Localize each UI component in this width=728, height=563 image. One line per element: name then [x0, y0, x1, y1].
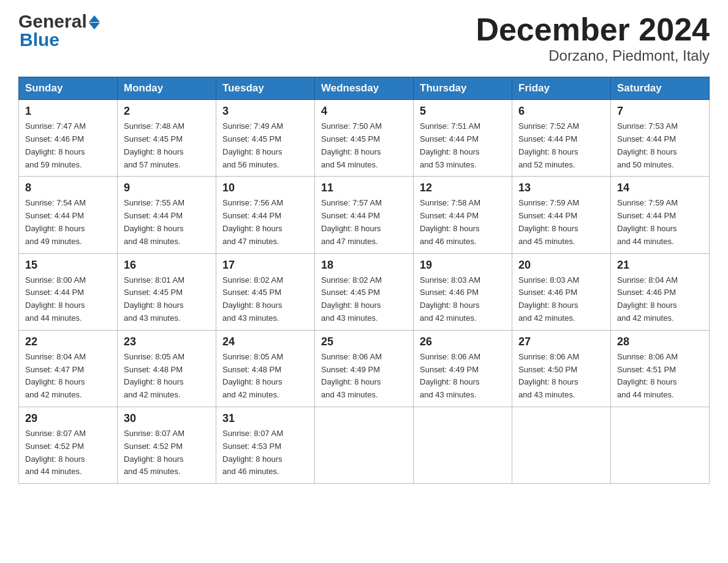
day-number: 21 [617, 259, 703, 272]
day-info: Sunrise: 8:01 AM Sunset: 4:45 PM Dayligh… [124, 274, 210, 325]
day-number: 30 [124, 412, 210, 425]
table-row: 10 Sunrise: 7:56 AM Sunset: 4:44 PM Dayl… [216, 177, 315, 253]
day-number: 10 [222, 182, 308, 194]
day-info: Sunrise: 7:52 AM Sunset: 4:44 PM Dayligh… [518, 120, 604, 171]
day-info: Sunrise: 7:51 AM Sunset: 4:44 PM Dayligh… [420, 120, 506, 171]
day-info: Sunrise: 7:56 AM Sunset: 4:44 PM Dayligh… [222, 197, 308, 248]
table-row: 17 Sunrise: 8:02 AM Sunset: 4:45 PM Dayl… [216, 253, 315, 330]
day-info: Sunrise: 8:06 AM Sunset: 4:51 PM Dayligh… [617, 351, 703, 402]
day-number: 13 [518, 182, 604, 194]
table-row: 23 Sunrise: 8:05 AM Sunset: 4:48 PM Dayl… [118, 330, 216, 407]
calendar-header-row: Sunday Monday Tuesday Wednesday Thursday… [19, 77, 710, 100]
day-number: 18 [321, 259, 407, 272]
table-row: 16 Sunrise: 8:01 AM Sunset: 4:45 PM Dayl… [118, 253, 216, 330]
day-number: 7 [617, 105, 703, 118]
table-row: 9 Sunrise: 7:55 AM Sunset: 4:44 PM Dayli… [118, 177, 216, 253]
table-row: 26 Sunrise: 8:06 AM Sunset: 4:49 PM Dayl… [414, 330, 512, 407]
table-row: 24 Sunrise: 8:05 AM Sunset: 4:48 PM Dayl… [216, 330, 315, 407]
day-number: 16 [124, 259, 210, 272]
calendar-week-row: 1 Sunrise: 7:47 AM Sunset: 4:46 PM Dayli… [19, 100, 710, 177]
day-number: 8 [25, 182, 111, 194]
table-row: 3 Sunrise: 7:49 AM Sunset: 4:45 PM Dayli… [216, 100, 315, 177]
table-row: 31 Sunrise: 8:07 AM Sunset: 4:53 PM Dayl… [216, 407, 315, 483]
table-row: 4 Sunrise: 7:50 AM Sunset: 4:45 PM Dayli… [315, 100, 414, 177]
day-number: 27 [518, 335, 604, 348]
day-info: Sunrise: 7:55 AM Sunset: 4:44 PM Dayligh… [124, 197, 210, 248]
day-info: Sunrise: 8:04 AM Sunset: 4:47 PM Dayligh… [25, 351, 111, 402]
day-info: Sunrise: 7:53 AM Sunset: 4:44 PM Dayligh… [617, 120, 703, 171]
day-info: Sunrise: 8:06 AM Sunset: 4:49 PM Dayligh… [321, 351, 407, 402]
table-row: 21 Sunrise: 8:04 AM Sunset: 4:46 PM Dayl… [611, 253, 710, 330]
table-row: 11 Sunrise: 7:57 AM Sunset: 4:44 PM Dayl… [315, 177, 414, 253]
day-number: 20 [518, 259, 604, 272]
table-row: 14 Sunrise: 7:59 AM Sunset: 4:44 PM Dayl… [611, 177, 710, 253]
day-info: Sunrise: 8:06 AM Sunset: 4:50 PM Dayligh… [518, 351, 604, 402]
day-info: Sunrise: 8:00 AM Sunset: 4:44 PM Dayligh… [25, 274, 111, 325]
table-row: 13 Sunrise: 7:59 AM Sunset: 4:44 PM Dayl… [512, 177, 611, 253]
day-info: Sunrise: 8:03 AM Sunset: 4:46 PM Dayligh… [518, 274, 604, 325]
day-number: 17 [222, 259, 308, 272]
header-tuesday: Tuesday [216, 77, 315, 100]
table-row: 28 Sunrise: 8:06 AM Sunset: 4:51 PM Dayl… [611, 330, 710, 407]
table-row: 29 Sunrise: 8:07 AM Sunset: 4:52 PM Dayl… [19, 407, 118, 483]
day-info: Sunrise: 8:05 AM Sunset: 4:48 PM Dayligh… [124, 351, 210, 402]
table-row [315, 407, 414, 483]
day-info: Sunrise: 7:57 AM Sunset: 4:44 PM Dayligh… [321, 197, 407, 248]
table-row: 15 Sunrise: 8:00 AM Sunset: 4:44 PM Dayl… [19, 253, 118, 330]
logo-arrow-icon [89, 15, 100, 29]
header-friday: Friday [512, 77, 611, 100]
table-row: 6 Sunrise: 7:52 AM Sunset: 4:44 PM Dayli… [512, 100, 611, 177]
day-number: 24 [222, 335, 308, 348]
title-section: December 2024 Dorzano, Piedmont, Italy [476, 12, 710, 64]
calendar-table: Sunday Monday Tuesday Wednesday Thursday… [18, 77, 710, 484]
day-info: Sunrise: 7:47 AM Sunset: 4:46 PM Dayligh… [25, 120, 111, 171]
day-number: 28 [617, 335, 703, 348]
header-wednesday: Wednesday [315, 77, 414, 100]
table-row [414, 407, 512, 483]
day-number: 14 [617, 182, 703, 194]
day-info: Sunrise: 8:05 AM Sunset: 4:48 PM Dayligh… [222, 351, 308, 402]
calendar-week-row: 29 Sunrise: 8:07 AM Sunset: 4:52 PM Dayl… [19, 407, 710, 483]
day-number: 9 [124, 182, 210, 194]
day-number: 25 [321, 335, 407, 348]
day-info: Sunrise: 8:06 AM Sunset: 4:49 PM Dayligh… [420, 351, 506, 402]
day-info: Sunrise: 8:07 AM Sunset: 4:52 PM Dayligh… [25, 427, 111, 478]
day-info: Sunrise: 7:49 AM Sunset: 4:45 PM Dayligh… [222, 120, 308, 171]
table-row: 27 Sunrise: 8:06 AM Sunset: 4:50 PM Dayl… [512, 330, 611, 407]
calendar-week-row: 15 Sunrise: 8:00 AM Sunset: 4:44 PM Dayl… [19, 253, 710, 330]
day-number: 4 [321, 105, 407, 118]
table-row [611, 407, 710, 483]
table-row: 25 Sunrise: 8:06 AM Sunset: 4:49 PM Dayl… [315, 330, 414, 407]
day-number: 11 [321, 182, 407, 194]
day-number: 22 [25, 335, 111, 348]
header-saturday: Saturday [611, 77, 710, 100]
page-header: General Blue December 2024 Dorzano, Pied… [18, 12, 710, 64]
day-info: Sunrise: 8:04 AM Sunset: 4:46 PM Dayligh… [617, 274, 703, 325]
table-row: 20 Sunrise: 8:03 AM Sunset: 4:46 PM Dayl… [512, 253, 611, 330]
table-row: 2 Sunrise: 7:48 AM Sunset: 4:45 PM Dayli… [118, 100, 216, 177]
day-number: 31 [222, 412, 308, 425]
day-info: Sunrise: 7:58 AM Sunset: 4:44 PM Dayligh… [420, 197, 506, 248]
day-number: 15 [25, 259, 111, 272]
day-number: 19 [420, 259, 506, 272]
day-number: 1 [25, 105, 111, 118]
day-number: 29 [25, 412, 111, 425]
header-monday: Monday [118, 77, 216, 100]
calendar-subtitle: Dorzano, Piedmont, Italy [476, 47, 710, 64]
day-info: Sunrise: 8:02 AM Sunset: 4:45 PM Dayligh… [321, 274, 407, 325]
header-thursday: Thursday [414, 77, 512, 100]
calendar-week-row: 22 Sunrise: 8:04 AM Sunset: 4:47 PM Dayl… [19, 330, 710, 407]
header-sunday: Sunday [19, 77, 118, 100]
day-info: Sunrise: 7:50 AM Sunset: 4:45 PM Dayligh… [321, 120, 407, 171]
day-number: 26 [420, 335, 506, 348]
day-info: Sunrise: 7:59 AM Sunset: 4:44 PM Dayligh… [617, 197, 703, 248]
table-row [512, 407, 611, 483]
logo-blue-text: Blue [18, 31, 100, 49]
day-number: 2 [124, 105, 210, 118]
day-number: 12 [420, 182, 506, 194]
day-info: Sunrise: 7:54 AM Sunset: 4:44 PM Dayligh… [25, 197, 111, 248]
day-number: 23 [124, 335, 210, 348]
day-info: Sunrise: 8:03 AM Sunset: 4:46 PM Dayligh… [420, 274, 506, 325]
table-row: 18 Sunrise: 8:02 AM Sunset: 4:45 PM Dayl… [315, 253, 414, 330]
day-number: 3 [222, 105, 308, 118]
